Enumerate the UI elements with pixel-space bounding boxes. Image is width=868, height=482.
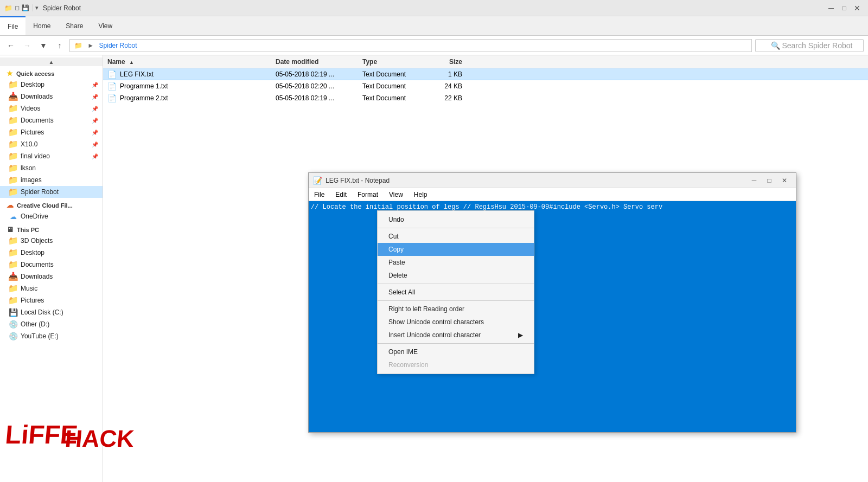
star-icon: ★ (7, 69, 13, 78)
ctx-copy[interactable]: Copy (378, 243, 534, 256)
ctx-unicode-ctrl[interactable]: Show Unicode control characters (378, 316, 534, 329)
file-icon: 📄 (107, 82, 117, 91)
sidebar-item-desktop-pc[interactable]: 📁 Desktop (0, 247, 103, 259)
notepad-icon: 📝 (313, 176, 322, 185)
notepad-close[interactable]: ✕ (777, 175, 792, 186)
tab-share[interactable]: Share (58, 16, 91, 35)
sidebar-item-downloads-quick[interactable]: 📥 Downloads 📌 (0, 91, 103, 102)
sidebar-item-music[interactable]: 📁 Music (0, 282, 103, 294)
ctx-open-ime[interactable]: Open IME (378, 345, 534, 358)
folder-icon: 📁 (9, 236, 17, 245)
ctx-separator (378, 300, 534, 301)
search-button[interactable]: 🔍 Search Spider Robot (755, 39, 864, 52)
maximize-button[interactable]: □ (838, 2, 851, 15)
window-title: Spider Robot (43, 4, 81, 12)
sidebar-header-thispc: 🖥 This PC (0, 222, 103, 235)
folder-icon: 📁 (9, 140, 17, 149)
up-button[interactable]: ↑ (53, 39, 66, 52)
col-header-date[interactable]: Date modified (271, 58, 358, 66)
folder-icon: 📁 (9, 116, 17, 125)
window-controls: ─ □ ✕ (825, 2, 864, 15)
sidebar-item-onedrive[interactable]: ☁ OneDrive (0, 210, 103, 222)
sort-arrow: ▲ (129, 60, 134, 65)
sidebar-item-pictures-quick[interactable]: 📁 Pictures 📌 (0, 126, 103, 138)
folder-download-icon: 📥 (9, 92, 17, 101)
pin-icon: 📌 (92, 118, 98, 124)
cloud-icon: ☁ (7, 201, 14, 209)
notepad-maximize[interactable]: □ (762, 175, 776, 186)
sidebar-item-3dobjects[interactable]: 📁 3D Objects (0, 235, 103, 247)
tab-view[interactable]: View (91, 16, 120, 35)
notepad-menu-edit[interactable]: Edit (330, 188, 352, 201)
pc-icon: 🖥 (7, 226, 14, 234)
col-header-size[interactable]: Size (423, 58, 467, 66)
sidebar-item-documents-quick[interactable]: 📁 Documents 📌 (0, 114, 103, 126)
notepad-minimize[interactable]: ─ (747, 175, 761, 186)
col-header-type[interactable]: Type (358, 58, 423, 66)
drive-icon: 💿 (9, 320, 17, 329)
notepad-title-bar: 📝 LEG FIX.txt - Notepad ─ □ ✕ (309, 173, 796, 188)
pin-icon: 📌 (92, 82, 98, 88)
pin-icon: 📌 (92, 130, 98, 136)
ctx-undo[interactable]: Undo (378, 213, 534, 226)
notepad-menu: File Edit Format View Help (309, 188, 796, 201)
customize-icon[interactable]: ▾ (33, 4, 39, 11)
sidebar-item-pictures-pc[interactable]: 📁 Pictures (0, 294, 103, 306)
sidebar-item-spiderrobot[interactable]: 📁 Spider Robot (0, 186, 103, 198)
ctx-rtl[interactable]: Right to left Reading order (378, 303, 534, 316)
tab-file[interactable]: File (0, 16, 25, 35)
back-button[interactable]: ← (4, 39, 17, 52)
file-row[interactable]: 📄 LEG FIX.txt 05-05-2018 02:19 ... Text … (103, 68, 868, 80)
notepad-menu-help[interactable]: Help (409, 188, 433, 201)
ctx-cut[interactable]: Cut (378, 230, 534, 243)
notepad-text: // Locate the initial position of legs /… (311, 203, 794, 211)
sidebar-item-downloads-pc[interactable]: 📥 Downloads (0, 271, 103, 282)
sidebar-item-videos[interactable]: 📁 Videos 📌 (0, 102, 103, 114)
folder-icon: 📁 (9, 188, 17, 196)
path-folder-icon: 📁 (74, 42, 82, 49)
dropdown-button[interactable]: ▼ (37, 39, 50, 52)
forward-button[interactable]: → (21, 39, 34, 52)
address-bar: ← → ▼ ↑ 📁 ► Spider Robot 🔍 Search Spider… (0, 36, 868, 55)
sidebar-scroll-up[interactable]: ▲ (0, 57, 103, 66)
notepad-menu-format[interactable]: Format (352, 188, 384, 201)
drive-icon: 💾 (9, 308, 17, 317)
tab-home[interactable]: Home (25, 16, 58, 35)
ctx-insert-unicode[interactable]: Insert Unicode control character ▶ (378, 329, 534, 342)
col-header-name[interactable]: Name ▲ (103, 58, 271, 66)
sidebar-item-images[interactable]: 📁 images (0, 174, 103, 186)
address-path[interactable]: 📁 ► Spider Robot (69, 39, 752, 52)
sidebar: ▲ ★ Quick access 📁 Desktop 📌 📥 Downloads… (0, 55, 103, 482)
ctx-reconversion: Reconversion (378, 358, 534, 371)
folder-icon: 📁 (9, 104, 17, 113)
sidebar-item-lkson[interactable]: 📁 lkson (0, 162, 103, 174)
folder-icon: 📁 (9, 152, 17, 160)
file-icon: 📄 (107, 94, 117, 102)
minimize-button[interactable]: ─ (825, 2, 838, 15)
sidebar-item-youtubee[interactable]: 💿 YouTube (E:) (0, 330, 103, 342)
ctx-selectall[interactable]: Select All (378, 286, 534, 299)
notepad-menu-file[interactable]: File (309, 188, 330, 201)
sidebar-item-localc[interactable]: 💾 Local Disk (C:) (0, 306, 103, 318)
file-row[interactable]: 📄 Programme 2.txt 05-05-2018 02:19 ... T… (103, 92, 868, 104)
sidebar-item-finalvideo[interactable]: 📁 final video 📌 (0, 150, 103, 162)
pin-icon: 📌 (92, 153, 98, 159)
file-list-header: Name ▲ Date modified Type Size (103, 55, 868, 68)
onedrive-icon: ☁ (9, 212, 17, 221)
notepad-window-controls: ─ □ ✕ (747, 175, 792, 186)
sidebar-header-quickaccess: ★ Quick access (0, 66, 103, 79)
save-icon: 💾 (22, 4, 29, 11)
file-row[interactable]: 📄 Programme 1.txt 05-05-2018 02:20 ... T… (103, 80, 868, 92)
folder-icon: 📁 (9, 260, 17, 269)
notepad-menu-view[interactable]: View (384, 188, 409, 201)
path-segment-spiderrobot[interactable]: Spider Robot (99, 42, 137, 49)
sidebar-item-desktop-quick[interactable]: 📁 Desktop 📌 (0, 79, 103, 91)
ctx-paste[interactable]: Paste (378, 256, 534, 269)
close-button[interactable]: ✕ (851, 2, 864, 15)
folder-icon: 📁 (9, 164, 17, 172)
sidebar-item-documents-pc[interactable]: 📁 Documents (0, 259, 103, 271)
folder-download-icon: 📥 (9, 272, 17, 281)
sidebar-item-otherd[interactable]: 💿 Other (D:) (0, 318, 103, 330)
ctx-delete[interactable]: Delete (378, 269, 534, 282)
sidebar-item-x10[interactable]: 📁 X10.0 📌 (0, 138, 103, 150)
